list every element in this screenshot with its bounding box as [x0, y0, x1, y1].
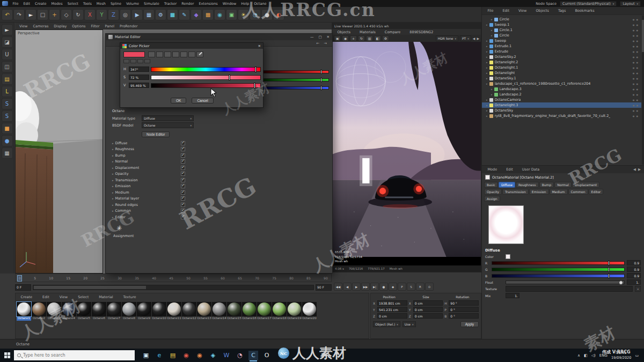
viewport-menu-item[interactable]: Options [70, 24, 87, 28]
channel-checkbox[interactable] [181, 153, 185, 158]
viewport-menu-item[interactable]: ProRender [118, 24, 140, 28]
material-channel-row[interactable]: Medium [112, 189, 194, 196]
redo-icon[interactable]: ↷ [13, 9, 25, 20]
edges-mode-icon[interactable]: S [2, 110, 13, 122]
blue-slider[interactable] [262, 86, 329, 90]
material-channel-row[interactable]: Material layer [112, 196, 194, 202]
task-view-icon[interactable]: ▣ [141, 351, 151, 360]
attribute-tab[interactable]: Medium [550, 189, 568, 195]
lv-settings-icon[interactable]: ⚙ [382, 35, 389, 41]
viewport-menu-item[interactable]: Panel [103, 24, 117, 28]
renderer-dropdown[interactable]: Current (Standard/Physical) [560, 1, 617, 6]
next-icon[interactable]: ▶ [477, 36, 479, 40]
coord-use-dropdown[interactable]: Use [402, 321, 416, 327]
prev-icon[interactable]: ◀ [633, 167, 636, 172]
undo-icon[interactable]: ↶ [2, 9, 13, 20]
position-z-field[interactable]: 0 cm [377, 313, 407, 319]
lv-film-icon[interactable]: ▥ [366, 35, 373, 41]
rotation-h-field[interactable]: 90 ° [449, 300, 479, 306]
material-channel-row[interactable]: Displacement [112, 165, 194, 171]
Octane2[interactable]: Octane2 [32, 302, 46, 321]
size-x-field[interactable]: 0 cm [413, 300, 443, 306]
lv-split-icon[interactable]: ◧ [374, 35, 381, 41]
live-viewer-titlebar[interactable]: Live Viewer 2020.1.4 450 kS/s wh [332, 23, 481, 29]
forward-icon[interactable]: → [324, 41, 327, 46]
material-manager-menu-item[interactable]: Select [76, 295, 91, 299]
edge-icon[interactable]: e [155, 351, 164, 360]
Octane11[interactable]: Octane11 [167, 302, 181, 321]
object-manager-menu-item[interactable]: Bookmarks [573, 9, 597, 13]
picker-mode-icon[interactable] [164, 51, 171, 57]
picker-submode-icon[interactable] [130, 59, 136, 63]
material-manager-menu-item[interactable]: Material [97, 295, 115, 299]
material-channel-row[interactable]: Normal [112, 159, 194, 165]
object-tree-row[interactable]: Circle [482, 17, 641, 22]
mix-value-field[interactable]: 1. [506, 293, 519, 298]
picker-mode-icon[interactable] [156, 51, 163, 57]
value-slider[interactable] [151, 83, 261, 88]
layout-dropdown[interactable]: Layout [620, 1, 641, 6]
size-y-field[interactable]: 0 cm [413, 307, 443, 312]
menubar-item[interactable]: Create [32, 2, 49, 6]
axis-lock-icon[interactable]: L [2, 86, 13, 97]
close-icon[interactable]: ✕ [258, 44, 261, 48]
timeline-ruler[interactable]: 051015202530354045505560657075808590 [15, 274, 332, 282]
green-slider[interactable] [262, 78, 329, 82]
bsdf-model-dropdown[interactable]: Octane [142, 122, 194, 128]
attribute-menu-item[interactable]: Mode [485, 167, 500, 172]
object-tree-row[interactable]: OctaneSky.1 [482, 76, 641, 81]
hue-slider[interactable] [151, 67, 261, 72]
play-icon[interactable]: ▶ [352, 283, 361, 291]
object-tree-row[interactable]: OctaneSky [482, 108, 641, 113]
channel-checkbox[interactable] [181, 172, 185, 176]
object-manager-menu-item[interactable]: Tags [555, 9, 568, 13]
Octane9[interactable]: Octane9 [137, 302, 151, 321]
red-slider[interactable] [262, 70, 329, 73]
timeline-playhead[interactable] [17, 275, 22, 282]
channel-checkbox[interactable] [181, 166, 185, 170]
Octane7[interactable]: Octane7 [107, 302, 121, 321]
menubar-item[interactable]: Window [220, 2, 239, 6]
volume-builder-icon[interactable]: ▩ [202, 9, 214, 20]
channel-checkbox[interactable] [181, 184, 185, 188]
timeline-scrollbar[interactable] [33, 285, 314, 290]
menubar-item[interactable]: Tools [80, 2, 94, 6]
object-tree-row[interactable]: Extrude.1 [482, 43, 641, 49]
mirror-icon[interactable]: ◫ [2, 61, 13, 72]
viewport-menu-item[interactable]: View [17, 24, 30, 28]
field-icon[interactable]: ◉ [214, 9, 225, 20]
picker-submode-icon[interactable] [144, 59, 150, 63]
menubar-item[interactable]: Render [179, 2, 196, 6]
material-channel-row[interactable]: Opacity [112, 171, 194, 178]
kernel-dropdown[interactable]: PT [460, 35, 471, 41]
position-x-field[interactable]: 1938.801 cm [377, 300, 407, 306]
menubar-item[interactable]: Select [65, 2, 80, 6]
material-channel-row[interactable]: Diffuse [112, 140, 194, 146]
blue-value-field[interactable]: 0.9 [627, 273, 641, 278]
light-icon[interactable]: ☀ [238, 9, 249, 20]
coord-mode-dropdown[interactable]: Object (Rel.) [373, 321, 400, 327]
assign-tab[interactable]: Assign [484, 196, 500, 202]
object-tree-row[interactable]: ryt8_8v8_fragmentary_engine_hear_club_dr… [482, 113, 641, 119]
Octane12[interactable]: Octane12 [182, 302, 196, 321]
material-icon[interactable]: ● [261, 9, 273, 20]
channel-checkbox[interactable] [181, 190, 185, 195]
object-tree-row[interactable]: Circle [482, 33, 641, 38]
menubar-item[interactable]: Tracker [162, 2, 179, 6]
material-channel-row[interactable]: Round edges [112, 202, 194, 208]
saturation-value-field[interactable]: 72 % [129, 75, 149, 80]
float-value-field[interactable]: 1. [627, 279, 641, 285]
object-tree-row[interactable]: OctaneSky.2 [482, 54, 641, 60]
lv-refresh-icon[interactable]: ↻ [358, 35, 365, 41]
record-icon[interactable]: ● [379, 283, 388, 291]
viewport-settings-icon[interactable]: ✳ [116, 225, 194, 232]
menubar-item[interactable]: Mesh [94, 2, 108, 6]
magnet-icon[interactable]: U [2, 49, 13, 60]
object-tree-row[interactable]: Circle.1 [482, 27, 641, 33]
object-tree-row[interactable]: Sweep [482, 38, 641, 43]
attribute-tab[interactable]: Basic [484, 182, 498, 188]
menubar-item[interactable]: Simulate [142, 2, 162, 6]
next-icon[interactable]: ▶ [638, 167, 641, 172]
key-position-icon[interactable]: P [398, 283, 406, 291]
object-tree-row[interactable]: Octanelight [482, 70, 641, 76]
